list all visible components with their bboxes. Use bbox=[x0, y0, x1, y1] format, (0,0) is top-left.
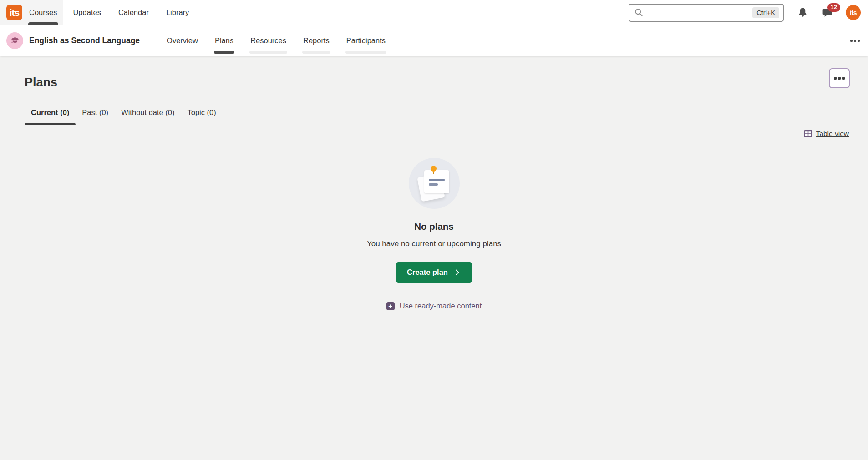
bell-icon bbox=[797, 7, 808, 18]
tab-reports[interactable]: Reports bbox=[302, 25, 330, 56]
tab-topic-label: Topic (0) bbox=[188, 108, 216, 116]
table-view-icon bbox=[804, 130, 812, 137]
ellipsis-icon bbox=[850, 40, 853, 42]
user-avatar[interactable]: its bbox=[846, 5, 861, 20]
view-options-row: Table view bbox=[0, 125, 868, 138]
tab-past[interactable]: Past (0) bbox=[76, 108, 115, 125]
tab-past-label: Past (0) bbox=[82, 108, 108, 116]
avatar-text: its bbox=[850, 9, 857, 16]
top-nav-courses-label: Courses bbox=[29, 8, 57, 17]
ready-made-label: Use ready-made content bbox=[400, 302, 482, 310]
create-plan-button[interactable]: Create plan bbox=[396, 262, 472, 283]
tab-participants-label: Participants bbox=[346, 36, 386, 45]
course-tabs: Overview Plans Resources Reports Partici… bbox=[151, 25, 386, 56]
no-plans-illustration bbox=[409, 158, 460, 209]
tab-reports-label: Reports bbox=[303, 36, 330, 45]
top-nav-calendar-label: Calendar bbox=[118, 8, 149, 17]
top-nav-library-label: Library bbox=[166, 8, 189, 17]
messages-button[interactable]: 12 bbox=[822, 7, 833, 18]
top-nav: Updates Calendar Library bbox=[64, 0, 198, 25]
messages-count-badge: 12 bbox=[827, 3, 840, 12]
page-title: Plans bbox=[0, 56, 868, 90]
use-ready-made-content-link[interactable]: + Use ready-made content bbox=[386, 302, 482, 310]
search-input[interactable] bbox=[647, 9, 752, 17]
tab-topic[interactable]: Topic (0) bbox=[181, 108, 223, 125]
search-icon bbox=[634, 8, 644, 17]
itslearning-logo[interactable]: its bbox=[6, 5, 22, 20]
chevron-right-icon bbox=[453, 268, 461, 276]
top-nav-calendar[interactable]: Calendar bbox=[110, 0, 157, 25]
notifications-button[interactable] bbox=[797, 7, 808, 18]
note-card-front bbox=[424, 170, 449, 193]
tab-participants[interactable]: Participants bbox=[345, 25, 386, 56]
global-search[interactable]: Ctrl+K bbox=[629, 4, 784, 22]
top-bar: its Courses Updates Calendar Library Ctr… bbox=[0, 0, 868, 25]
tab-resources-label: Resources bbox=[250, 36, 286, 45]
tab-plans[interactable]: Plans bbox=[214, 25, 234, 56]
create-plan-label: Create plan bbox=[407, 268, 448, 277]
tab-plans-label: Plans bbox=[215, 36, 233, 45]
top-nav-updates[interactable]: Updates bbox=[64, 0, 109, 25]
empty-state: No plans You have no current or upcoming… bbox=[0, 158, 868, 310]
plans-options-button[interactable] bbox=[829, 68, 850, 88]
plus-square-icon: + bbox=[386, 302, 395, 310]
plans-page: Plans Current (0) Past (0) Without date … bbox=[0, 56, 868, 460]
empty-state-subtitle: You have no current or upcoming plans bbox=[367, 239, 501, 248]
tab-current[interactable]: Current (0) bbox=[25, 108, 76, 125]
tab-without-date[interactable]: Without date (0) bbox=[115, 108, 181, 125]
search-shortcut-badge: Ctrl+K bbox=[752, 7, 779, 18]
course-avatar[interactable] bbox=[6, 32, 23, 49]
course-overflow-menu-button[interactable] bbox=[848, 37, 862, 45]
table-view-label: Table view bbox=[816, 130, 849, 138]
sidebar-item-courses[interactable]: its Courses bbox=[0, 0, 63, 25]
empty-state-title: No plans bbox=[414, 221, 454, 232]
tab-current-label: Current (0) bbox=[31, 108, 69, 116]
logo-text: its bbox=[10, 7, 20, 18]
top-nav-updates-label: Updates bbox=[73, 8, 101, 17]
tab-without-date-label: Without date (0) bbox=[121, 108, 174, 116]
tab-resources[interactable]: Resources bbox=[249, 25, 287, 56]
plan-filter-tabs: Current (0) Past (0) Without date (0) To… bbox=[25, 108, 849, 125]
tab-overview[interactable]: Overview bbox=[166, 25, 199, 56]
ellipsis-icon bbox=[834, 77, 837, 80]
top-nav-library[interactable]: Library bbox=[157, 0, 198, 25]
course-header: English as Second Language Overview Plan… bbox=[0, 25, 868, 56]
graduation-cap-icon bbox=[10, 35, 20, 45]
course-title: English as Second Language bbox=[29, 36, 140, 45]
table-view-link[interactable]: Table view bbox=[804, 130, 849, 138]
tab-overview-label: Overview bbox=[167, 36, 198, 45]
